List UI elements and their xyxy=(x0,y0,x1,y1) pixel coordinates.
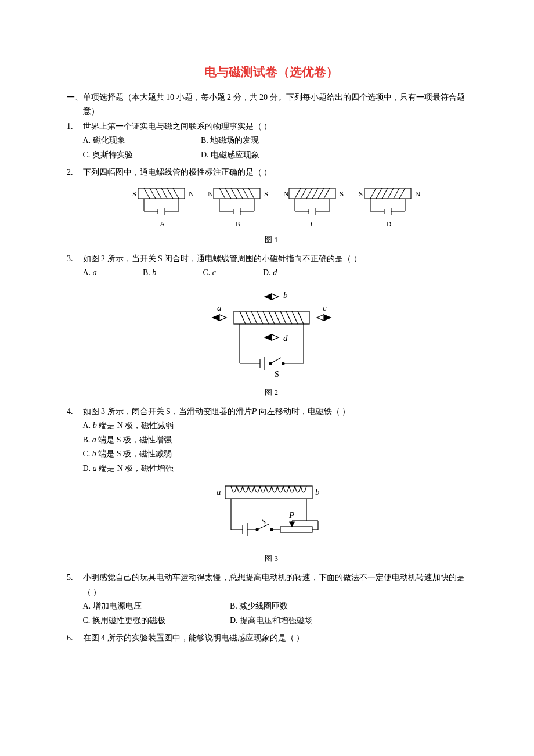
svg-text:b: b xyxy=(315,487,320,496)
page-title: 电与磁测试卷（选优卷） xyxy=(67,64,476,80)
svg-line-32 xyxy=(324,188,330,199)
svg-text:B: B xyxy=(235,219,240,228)
q4-body: 如图 3 所示，闭合开关 S，当滑动变阻器的滑片P 向左移动时，电磁铁（ ） A… xyxy=(83,405,466,476)
q3-optC: C. xyxy=(203,266,211,280)
fig3-caption: 图 3 xyxy=(67,553,476,564)
q3-text: 如图 2 所示，当开关 S 闭合时，通电螺线管周围的小磁针指向不正确的是（ ） xyxy=(83,254,362,263)
svg-text:N: N xyxy=(189,189,194,198)
q3-optB-var: b xyxy=(152,266,156,280)
q6-text: 在图 4 所示的实验装置图中，能够说明电磁感应现象的是（ ） xyxy=(83,633,305,642)
svg-line-16 xyxy=(231,188,237,199)
svg-point-83 xyxy=(282,362,284,365)
svg-line-17 xyxy=(237,188,243,199)
question-5: 5. 小明感觉自己的玩具电动车运动得太慢，总想提高电动机的转速，下面的做法不一定… xyxy=(67,571,476,628)
q3-optC-var: c xyxy=(212,266,216,280)
q5-optB: B. 减少线圈匝数 xyxy=(230,599,375,614)
svg-text:S: S xyxy=(261,517,266,526)
q1-optC: C. 奥斯特实验 xyxy=(83,148,199,163)
q5-num: 5. xyxy=(67,571,81,585)
svg-line-28 xyxy=(301,188,306,199)
svg-marker-89 xyxy=(324,315,331,321)
q5-optC: C. 换用磁性更强的磁极 xyxy=(83,614,228,628)
q4-optA-v: b xyxy=(93,421,97,430)
svg-line-5 xyxy=(167,188,173,199)
svg-line-71 xyxy=(275,311,280,324)
svg-marker-91 xyxy=(265,334,272,340)
svg-line-6 xyxy=(173,188,179,199)
section-heading: 一、 单项选择题（本大题共 10 小题，每小题 2 分，共 20 分。下列每小题… xyxy=(67,91,476,118)
svg-line-31 xyxy=(318,188,324,199)
svg-line-18 xyxy=(243,188,248,199)
q2-text: 下列四幅图中，通电螺线管的极性标注正确的是（ ） xyxy=(83,168,272,177)
q4-text-post: 向左移动时，电磁铁（ ） xyxy=(257,407,350,416)
svg-line-15 xyxy=(225,188,231,199)
figure-3: a b S P 图 3 xyxy=(67,480,476,564)
svg-line-66 xyxy=(246,311,251,324)
fig2-caption: 图 2 xyxy=(67,387,476,398)
q4-optD-v: a xyxy=(93,464,97,473)
section-num: 一、 xyxy=(67,91,81,105)
svg-line-67 xyxy=(251,311,257,324)
q2-num: 2. xyxy=(67,165,81,180)
solenoid-diagram-icon: SN NS NS SN A B C D xyxy=(121,185,423,231)
svg-line-73 xyxy=(286,311,292,324)
q3-optD-var: d xyxy=(273,266,277,280)
svg-marker-88 xyxy=(272,294,279,300)
q1-num: 1. xyxy=(67,120,81,134)
svg-text:S: S xyxy=(132,189,136,198)
svg-text:N: N xyxy=(208,189,214,198)
svg-text:c: c xyxy=(323,303,327,312)
q3-body: 如图 2 所示，当开关 S 闭合时，通电螺线管周围的小磁针指向不正确的是（ ） … xyxy=(83,252,466,280)
svg-line-69 xyxy=(263,311,269,324)
svg-line-44 xyxy=(394,188,399,199)
q3-optA-var: a xyxy=(93,266,97,280)
question-6: 6. 在图 4 所示的实验装置图中，能够说明电磁感应现象的是（ ） xyxy=(67,631,476,646)
svg-text:b: b xyxy=(283,290,288,300)
q4-optD-post: 端是 N 极，磁性增强 xyxy=(97,464,174,473)
svg-line-75 xyxy=(298,311,304,324)
svg-text:P: P xyxy=(288,510,294,520)
compass-solenoid-icon: a b c d S xyxy=(202,285,341,384)
question-1: 1. 世界上第一个证实电与磁之间联系的物理事实是（ ） A. 磁化现象 B. 地… xyxy=(67,120,476,163)
section-text: 单项选择题（本大题共 10 小题，每小题 2 分，共 20 分。下列每小题给出的… xyxy=(83,91,466,118)
svg-line-70 xyxy=(269,311,275,324)
svg-text:S: S xyxy=(340,189,344,198)
svg-text:a: a xyxy=(217,303,222,312)
q5-body: 小明感觉自己的玩具电动车运动得太慢，总想提高电动机的转速，下面的做法不一定使电动… xyxy=(83,571,466,628)
q4-optC-v: b xyxy=(92,449,96,458)
question-3: 3. 如图 2 所示，当开关 S 闭合时，通电螺线管周围的小磁针指向不正确的是（… xyxy=(67,252,476,280)
svg-marker-114 xyxy=(290,522,294,527)
q1-text: 世界上第一个证实电与磁之间联系的物理事实是（ ） xyxy=(83,122,272,131)
q3-optB: B. xyxy=(143,266,150,280)
svg-line-65 xyxy=(240,311,246,324)
svg-text:S: S xyxy=(359,189,363,198)
svg-line-43 xyxy=(388,188,394,199)
q5-optA: A. 增加电源电压 xyxy=(83,599,228,614)
q4-optA-post: 端是 N 极，磁性减弱 xyxy=(97,421,174,430)
q4-optC-post: 端是 S 极，磁性减弱 xyxy=(96,449,172,458)
svg-line-42 xyxy=(382,188,388,199)
svg-line-3 xyxy=(156,188,161,199)
q4-optB-pre: B. xyxy=(83,435,91,444)
svg-line-68 xyxy=(257,311,263,324)
svg-line-30 xyxy=(312,188,318,199)
svg-line-45 xyxy=(399,188,405,199)
svg-line-1 xyxy=(144,188,150,199)
q5-optD: D. 提高电压和增强磁场 xyxy=(230,614,375,628)
figure-1: SN NS NS SN A B C D 图 1 xyxy=(67,185,476,245)
q4-optB-v: a xyxy=(92,435,96,444)
q4-text-pre: 如图 3 所示，闭合开关 S，当滑动变阻器的滑片 xyxy=(83,407,252,416)
q6-num: 6. xyxy=(67,631,81,646)
svg-line-40 xyxy=(370,188,376,199)
q1-optB: B. 地磁场的发现 xyxy=(201,134,317,148)
q1-body: 世界上第一个证实电与磁之间联系的物理事实是（ ） A. 磁化现象 B. 地磁场的… xyxy=(83,120,466,163)
fig1-caption: 图 1 xyxy=(67,235,476,245)
svg-line-14 xyxy=(219,188,225,199)
svg-text:S: S xyxy=(275,370,279,379)
svg-rect-109 xyxy=(280,527,312,532)
q4-optB-post: 端是 S 极，磁性增强 xyxy=(96,435,172,444)
svg-text:N: N xyxy=(283,189,289,198)
electromagnet-rheostat-icon: a b S P xyxy=(199,480,344,550)
q4-optA-pre: A. xyxy=(83,421,91,430)
q3-optA: A. xyxy=(83,266,91,280)
